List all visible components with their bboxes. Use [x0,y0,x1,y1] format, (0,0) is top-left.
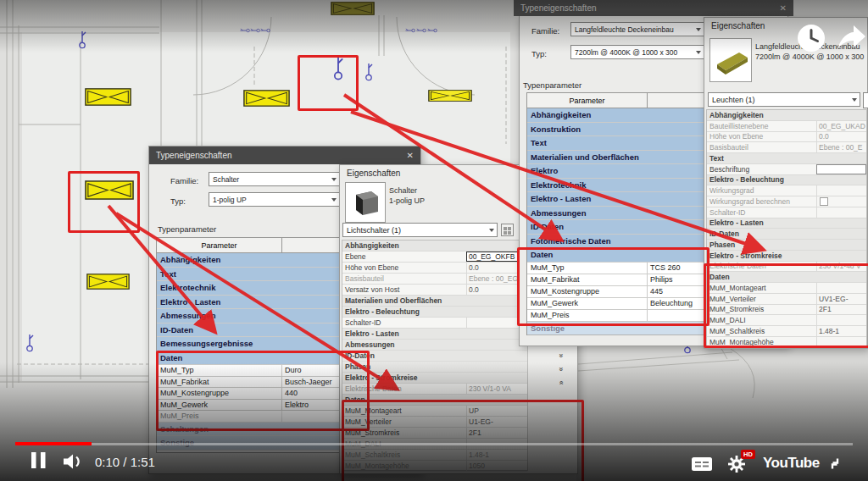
subtitles-icon[interactable] [692,457,712,471]
youtube-logo[interactable]: YouTube [763,455,820,472]
hd-quality-badge: HD [741,450,755,459]
volume-icon[interactable] [63,454,85,469]
time-display: 0:10 / 1:51 [95,455,155,469]
share-icon[interactable] [834,22,868,51]
progress-bar-played[interactable] [15,442,92,445]
video-frame: Typeneigenschaften ✕ Familie: Schalter T… [0,0,868,481]
player-chrome: 0:10 / 1:51 HD YouTube [0,0,868,481]
pause-button[interactable] [31,452,47,469]
progress-bar-track[interactable] [92,443,853,445]
watch-later-icon[interactable] [796,23,826,53]
miniplayer-size-icon[interactable] [826,456,843,471]
